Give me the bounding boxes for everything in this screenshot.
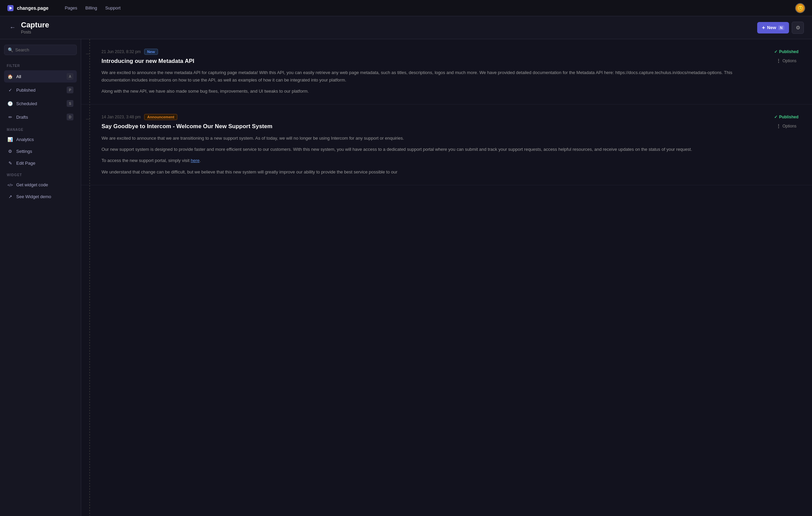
logo-icon	[7, 4, 14, 12]
settings-icon: ⚙	[7, 149, 13, 154]
keyboard-shortcut: N	[778, 25, 784, 30]
external-link-icon: ↗	[7, 194, 13, 199]
plus-icon: +	[762, 25, 765, 31]
status-label-1: Published	[779, 49, 798, 54]
post-item: 21 Jun 2023, 8:32 pm New Introducing our…	[81, 39, 812, 104]
sidebar-item-scheduled[interactable]: 🕐 Scheduled S	[4, 97, 77, 110]
sidebar: 🔍 FILTER 🏠 All A ✓ Published P 🕐 Schedul…	[0, 39, 81, 516]
status-badge-1: ✓ Published	[774, 49, 798, 54]
check-icon: ✓	[774, 49, 777, 54]
logo-text: changes.page	[17, 5, 48, 11]
main-layout: 🔍 FILTER 🏠 All A ✓ Published P 🕐 Schedul…	[0, 39, 812, 516]
post-body-1: We are excited to announce the new metad…	[102, 69, 748, 95]
sidebar-item-all-badge: A	[67, 73, 73, 80]
nav-links: Pages Billing Support	[65, 5, 784, 10]
search-icon: 🔍	[8, 47, 13, 52]
sidebar-item-all[interactable]: 🏠 All A	[4, 70, 77, 83]
content-area: 21 Jun 2023, 8:32 pm New Introducing our…	[81, 39, 812, 516]
options-label-1: Options	[783, 58, 796, 63]
search-input[interactable]	[15, 47, 73, 52]
sidebar-item-widget-demo-label: See Widget demo	[16, 194, 73, 199]
search-box[interactable]: 🔍	[4, 45, 77, 55]
post-title-1: Introducing our new Metadata API	[102, 57, 748, 65]
post-tag-2: Announcement	[144, 114, 177, 120]
code-icon: </>	[7, 183, 13, 187]
sidebar-item-widget-code-label: Get widget code	[16, 182, 73, 187]
page-title-area: Capture Posts	[21, 21, 49, 34]
here-link[interactable]: here	[191, 158, 200, 163]
sidebar-item-all-label: All	[16, 74, 63, 79]
status-badge-2: ✓ Published	[774, 115, 798, 119]
gear-icon: ⚙	[796, 25, 800, 31]
chart-icon: 📊	[7, 137, 13, 142]
logo-area[interactable]: changes.page	[7, 4, 48, 12]
check-icon: ✓	[774, 115, 777, 119]
sidebar-item-analytics[interactable]: 📊 Analytics	[4, 134, 77, 145]
sidebar-item-edit-page-label: Edit Page	[16, 161, 73, 166]
ellipsis-icon: ⋮	[776, 58, 781, 64]
options-button-2[interactable]: ⋮ Options	[774, 122, 798, 130]
new-button-label: New	[767, 25, 776, 30]
sidebar-item-published-badge: P	[67, 87, 73, 93]
post-paragraph: We understand that change can be difficu…	[102, 168, 748, 175]
home-icon: 🏠	[7, 74, 13, 79]
clock-icon: 🕐	[7, 101, 13, 106]
ellipsis-icon: ⋮	[776, 123, 781, 129]
post-item: 14 Jan 2023, 3:48 pm Announcement Say Go…	[81, 104, 812, 185]
post-content-2: 14 Jan 2023, 3:48 pm Announcement Say Go…	[102, 114, 748, 175]
post-meta-1: 21 Jun 2023, 8:32 pm New	[102, 49, 748, 55]
sidebar-item-widget-code[interactable]: </> Get widget code	[4, 180, 77, 190]
back-button[interactable]: ←	[8, 23, 17, 32]
sidebar-item-published-label: Published	[16, 88, 63, 93]
nav-pages[interactable]: Pages	[65, 5, 77, 10]
sidebar-item-settings[interactable]: ⚙ Settings	[4, 146, 77, 157]
sidebar-item-widget-demo[interactable]: ↗ See Widget demo	[4, 191, 77, 202]
sidebar-item-scheduled-label: Scheduled	[16, 101, 63, 106]
post-content-1: 21 Jun 2023, 8:32 pm New Introducing our…	[102, 49, 748, 95]
post-date-2: 14 Jan 2023, 3:48 pm	[102, 115, 141, 119]
post-actions-1: ✓ Published ⋮ Options	[754, 49, 798, 95]
sidebar-item-drafts[interactable]: ✏ Drafts D	[4, 111, 77, 123]
post-meta-2: 14 Jan 2023, 3:48 pm Announcement	[102, 114, 748, 120]
sidebar-item-published[interactable]: ✓ Published P	[4, 84, 77, 96]
manage-section-label: MANAGE	[4, 124, 77, 133]
pencil-icon: ✏	[7, 115, 13, 120]
page-title: Capture	[21, 21, 49, 29]
post-body-2: We are excited to announce that we are t…	[102, 135, 748, 176]
top-navigation: changes.page Pages Billing Support 😊	[0, 0, 812, 16]
avatar[interactable]: 😊	[795, 3, 805, 13]
filter-section-label: FILTER	[4, 61, 77, 69]
widget-section-label: WIDGET	[4, 170, 77, 178]
sidebar-item-analytics-label: Analytics	[16, 137, 73, 142]
post-date-1: 21 Jun 2023, 8:32 pm	[102, 49, 141, 54]
post-tag-1: New	[144, 49, 158, 55]
sidebar-item-drafts-label: Drafts	[16, 115, 63, 120]
sidebar-item-drafts-badge: D	[67, 114, 73, 120]
options-label-2: Options	[783, 124, 796, 128]
post-paragraph: To access the new support portal, simply…	[102, 157, 748, 164]
page-header: ← Capture Posts + New N ⚙	[0, 16, 812, 39]
sidebar-item-scheduled-badge: S	[67, 100, 73, 107]
post-paragraph: We are excited to announce the new metad…	[102, 69, 748, 84]
post-actions-2: ✓ Published ⋮ Options	[754, 114, 798, 175]
check-icon: ✓	[7, 88, 13, 93]
nav-billing[interactable]: Billing	[85, 5, 97, 10]
options-button-1[interactable]: ⋮ Options	[774, 57, 798, 65]
status-label-2: Published	[779, 115, 798, 119]
post-paragraph: We are excited to announce that we are t…	[102, 135, 748, 142]
header-actions: + New N ⚙	[757, 22, 804, 34]
page-subtitle: Posts	[21, 30, 49, 34]
new-button[interactable]: + New N	[757, 22, 789, 33]
post-title-2: Say Goodbye to Intercom - Welcome Our Ne…	[102, 123, 748, 130]
post-paragraph: Along with the new API, we have also mad…	[102, 88, 748, 95]
sidebar-item-edit-page[interactable]: ✎ Edit Page	[4, 158, 77, 168]
post-paragraph: Our new support system is designed to pr…	[102, 146, 748, 153]
edit-icon: ✎	[7, 161, 13, 166]
settings-button[interactable]: ⚙	[792, 22, 804, 34]
nav-support[interactable]: Support	[105, 5, 121, 10]
sidebar-item-settings-label: Settings	[16, 149, 73, 154]
